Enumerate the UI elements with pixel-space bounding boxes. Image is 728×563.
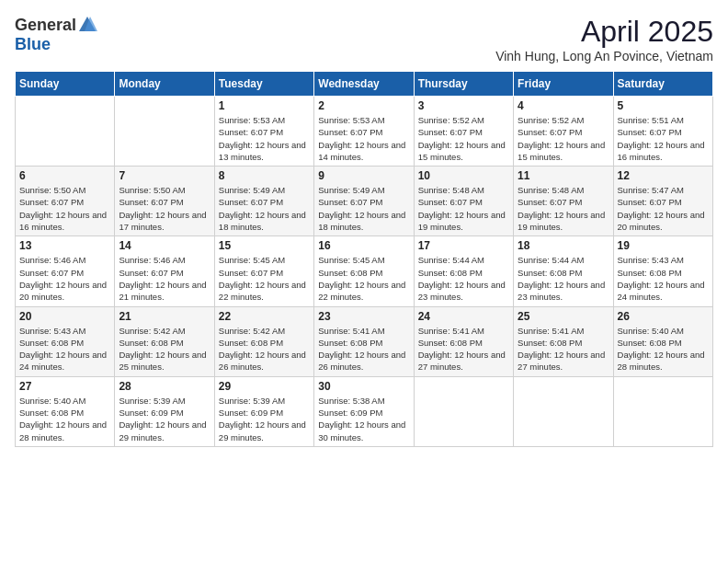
calendar-table: SundayMondayTuesdayWednesdayThursdayFrid… bbox=[15, 71, 713, 447]
day-info: Sunrise: 5:45 AM Sunset: 6:08 PM Dayligh… bbox=[318, 254, 409, 303]
day-info: Sunrise: 5:41 AM Sunset: 6:08 PM Dayligh… bbox=[318, 325, 409, 373]
day-number: 20 bbox=[19, 310, 110, 323]
day-number: 28 bbox=[119, 380, 210, 393]
subtitle: Vinh Hung, Long An Povince, Vietnam bbox=[495, 49, 713, 63]
calendar-cell bbox=[514, 376, 613, 446]
calendar-cell: 27Sunrise: 5:40 AM Sunset: 6:08 PM Dayli… bbox=[16, 376, 115, 446]
day-info: Sunrise: 5:44 AM Sunset: 6:08 PM Dayligh… bbox=[418, 254, 509, 303]
calendar-cell: 13Sunrise: 5:46 AM Sunset: 6:07 PM Dayli… bbox=[16, 236, 115, 306]
calendar-cell: 18Sunrise: 5:44 AM Sunset: 6:08 PM Dayli… bbox=[514, 236, 613, 306]
day-number: 1 bbox=[219, 99, 310, 112]
day-number: 24 bbox=[418, 310, 509, 323]
day-info: Sunrise: 5:46 AM Sunset: 6:07 PM Dayligh… bbox=[119, 254, 210, 303]
day-header: Friday bbox=[514, 72, 613, 97]
month-title: April 2025 bbox=[495, 15, 713, 49]
page-header: General Blue April 2025 Vinh Hung, Long … bbox=[15, 15, 713, 63]
calendar-cell: 19Sunrise: 5:43 AM Sunset: 6:08 PM Dayli… bbox=[613, 236, 712, 306]
calendar-cell: 8Sunrise: 5:49 AM Sunset: 6:07 PM Daylig… bbox=[214, 167, 313, 236]
day-number: 27 bbox=[19, 380, 110, 393]
calendar-cell: 20Sunrise: 5:43 AM Sunset: 6:08 PM Dayli… bbox=[16, 306, 115, 376]
calendar-cell: 10Sunrise: 5:48 AM Sunset: 6:07 PM Dayli… bbox=[414, 167, 513, 236]
calendar-cell: 23Sunrise: 5:41 AM Sunset: 6:08 PM Dayli… bbox=[314, 306, 414, 376]
calendar-week-row: 6Sunrise: 5:50 AM Sunset: 6:07 PM Daylig… bbox=[16, 167, 713, 236]
calendar-week-row: 13Sunrise: 5:46 AM Sunset: 6:07 PM Dayli… bbox=[16, 236, 713, 306]
day-number: 9 bbox=[318, 169, 409, 182]
calendar-cell: 25Sunrise: 5:41 AM Sunset: 6:08 PM Dayli… bbox=[514, 306, 613, 376]
day-number: 14 bbox=[119, 239, 210, 252]
calendar-cell: 29Sunrise: 5:39 AM Sunset: 6:09 PM Dayli… bbox=[214, 376, 313, 446]
day-info: Sunrise: 5:53 AM Sunset: 6:07 PM Dayligh… bbox=[318, 114, 409, 163]
calendar-cell bbox=[613, 376, 712, 446]
calendar-cell: 26Sunrise: 5:40 AM Sunset: 6:08 PM Dayli… bbox=[613, 306, 712, 376]
calendar-week-row: 20Sunrise: 5:43 AM Sunset: 6:08 PM Dayli… bbox=[16, 306, 713, 376]
day-header: Saturday bbox=[613, 72, 712, 97]
day-info: Sunrise: 5:46 AM Sunset: 6:07 PM Dayligh… bbox=[19, 254, 110, 303]
calendar-cell: 17Sunrise: 5:44 AM Sunset: 6:08 PM Dayli… bbox=[414, 236, 513, 306]
day-number: 13 bbox=[19, 239, 110, 252]
day-number: 25 bbox=[518, 310, 609, 323]
calendar-header-row: SundayMondayTuesdayWednesdayThursdayFrid… bbox=[16, 72, 713, 97]
day-info: Sunrise: 5:53 AM Sunset: 6:07 PM Dayligh… bbox=[219, 114, 310, 163]
day-info: Sunrise: 5:41 AM Sunset: 6:08 PM Dayligh… bbox=[418, 325, 509, 373]
day-number: 2 bbox=[318, 99, 409, 112]
day-number: 12 bbox=[618, 169, 709, 182]
day-header: Sunday bbox=[16, 72, 115, 97]
day-number: 16 bbox=[318, 239, 409, 252]
day-number: 6 bbox=[19, 169, 110, 182]
calendar-cell: 28Sunrise: 5:39 AM Sunset: 6:09 PM Dayli… bbox=[115, 376, 214, 446]
day-info: Sunrise: 5:41 AM Sunset: 6:08 PM Dayligh… bbox=[518, 325, 609, 373]
day-info: Sunrise: 5:47 AM Sunset: 6:07 PM Dayligh… bbox=[618, 184, 709, 233]
calendar-cell: 22Sunrise: 5:42 AM Sunset: 6:08 PM Dayli… bbox=[214, 306, 313, 376]
day-number: 8 bbox=[219, 169, 310, 182]
logo-icon bbox=[77, 15, 97, 35]
logo-blue: Blue bbox=[15, 35, 51, 54]
day-info: Sunrise: 5:45 AM Sunset: 6:07 PM Dayligh… bbox=[219, 254, 310, 303]
day-info: Sunrise: 5:43 AM Sunset: 6:08 PM Dayligh… bbox=[618, 254, 709, 303]
logo: General Blue bbox=[15, 15, 97, 54]
logo-general: General bbox=[15, 16, 76, 35]
day-info: Sunrise: 5:52 AM Sunset: 6:07 PM Dayligh… bbox=[418, 114, 509, 163]
calendar-cell: 11Sunrise: 5:48 AM Sunset: 6:07 PM Dayli… bbox=[514, 167, 613, 236]
day-info: Sunrise: 5:39 AM Sunset: 6:09 PM Dayligh… bbox=[119, 395, 210, 443]
day-number: 18 bbox=[518, 239, 609, 252]
day-info: Sunrise: 5:48 AM Sunset: 6:07 PM Dayligh… bbox=[418, 184, 509, 233]
day-info: Sunrise: 5:42 AM Sunset: 6:08 PM Dayligh… bbox=[119, 325, 210, 373]
day-number: 7 bbox=[119, 169, 210, 182]
calendar-cell bbox=[414, 376, 513, 446]
day-number: 29 bbox=[219, 380, 310, 393]
day-number: 4 bbox=[518, 99, 609, 112]
calendar-cell: 2Sunrise: 5:53 AM Sunset: 6:07 PM Daylig… bbox=[314, 97, 414, 167]
day-info: Sunrise: 5:40 AM Sunset: 6:08 PM Dayligh… bbox=[19, 395, 110, 443]
day-number: 26 bbox=[618, 310, 709, 323]
day-number: 23 bbox=[318, 310, 409, 323]
calendar-cell: 21Sunrise: 5:42 AM Sunset: 6:08 PM Dayli… bbox=[115, 306, 214, 376]
day-info: Sunrise: 5:39 AM Sunset: 6:09 PM Dayligh… bbox=[219, 395, 310, 443]
calendar-week-row: 1Sunrise: 5:53 AM Sunset: 6:07 PM Daylig… bbox=[16, 97, 713, 167]
calendar-cell: 3Sunrise: 5:52 AM Sunset: 6:07 PM Daylig… bbox=[414, 97, 513, 167]
calendar-cell: 6Sunrise: 5:50 AM Sunset: 6:07 PM Daylig… bbox=[16, 167, 115, 236]
calendar-cell: 12Sunrise: 5:47 AM Sunset: 6:07 PM Dayli… bbox=[613, 167, 712, 236]
day-info: Sunrise: 5:49 AM Sunset: 6:07 PM Dayligh… bbox=[219, 184, 310, 233]
day-info: Sunrise: 5:49 AM Sunset: 6:07 PM Dayligh… bbox=[318, 184, 409, 233]
day-number: 15 bbox=[219, 239, 310, 252]
calendar-cell: 24Sunrise: 5:41 AM Sunset: 6:08 PM Dayli… bbox=[414, 306, 513, 376]
calendar-cell: 7Sunrise: 5:50 AM Sunset: 6:07 PM Daylig… bbox=[115, 167, 214, 236]
day-info: Sunrise: 5:52 AM Sunset: 6:07 PM Dayligh… bbox=[518, 114, 609, 163]
calendar-cell bbox=[16, 97, 115, 167]
day-info: Sunrise: 5:42 AM Sunset: 6:08 PM Dayligh… bbox=[219, 325, 310, 373]
calendar-cell: 5Sunrise: 5:51 AM Sunset: 6:07 PM Daylig… bbox=[613, 97, 712, 167]
day-header: Monday bbox=[115, 72, 214, 97]
day-info: Sunrise: 5:50 AM Sunset: 6:07 PM Dayligh… bbox=[19, 184, 110, 233]
day-number: 21 bbox=[119, 310, 210, 323]
day-header: Thursday bbox=[414, 72, 513, 97]
day-number: 17 bbox=[418, 239, 509, 252]
day-info: Sunrise: 5:48 AM Sunset: 6:07 PM Dayligh… bbox=[518, 184, 609, 233]
calendar-week-row: 27Sunrise: 5:40 AM Sunset: 6:08 PM Dayli… bbox=[16, 376, 713, 446]
day-number: 30 bbox=[318, 380, 409, 393]
day-number: 3 bbox=[418, 99, 509, 112]
day-number: 10 bbox=[418, 169, 509, 182]
calendar-cell: 30Sunrise: 5:38 AM Sunset: 6:09 PM Dayli… bbox=[314, 376, 414, 446]
title-area: April 2025 Vinh Hung, Long An Povince, V… bbox=[495, 15, 713, 63]
day-number: 22 bbox=[219, 310, 310, 323]
day-number: 5 bbox=[618, 99, 709, 112]
